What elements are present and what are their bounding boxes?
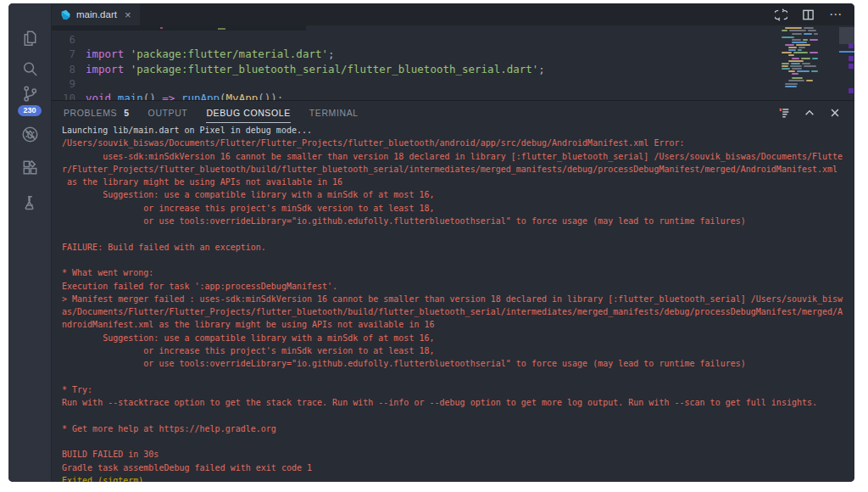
code-token: 'package:flutter_bluetooth_serial/flutte… bbox=[131, 62, 539, 76]
code-line: 9 bbox=[52, 76, 778, 91]
problems-count-badge: 5 bbox=[124, 108, 129, 118]
scrollbar-thumb[interactable] bbox=[839, 27, 854, 44]
console-line: /Users/souvik_biswas/Documents/Flutter/F… bbox=[62, 137, 853, 149]
minimap-row bbox=[780, 83, 818, 85]
bottom-panel: PROBLEMS5OUTPUTDEBUG CONSOLETERMINAL L bbox=[52, 100, 854, 482]
code-token: ; bbox=[538, 62, 545, 76]
console-line bbox=[62, 227, 853, 240]
source-control-icon[interactable] bbox=[19, 83, 40, 103]
clipped-token bbox=[160, 27, 163, 29]
more-actions-icon[interactable]: ⋯ bbox=[829, 10, 843, 19]
minimap-row bbox=[780, 86, 818, 87]
ruler-decoration bbox=[849, 56, 854, 61]
console-line: ndroidManifest.xml as the library might … bbox=[62, 318, 853, 331]
console-line: uses-sdk:minSdkVersion 16 cannot be smal… bbox=[62, 150, 853, 163]
editor-scrollbar[interactable] bbox=[839, 25, 854, 100]
main-column: main.dart × ⋯ 67import 'pa bbox=[52, 3, 854, 482]
minimap-row bbox=[780, 58, 818, 59]
line-number: 8 bbox=[52, 62, 75, 76]
line-number: 6 bbox=[52, 32, 75, 47]
console-line: as/Documents/Flutter/Flutter_Projects/fl… bbox=[62, 305, 853, 318]
ruler-decoration bbox=[849, 64, 854, 69]
panel-tab-output[interactable]: OUTPUT bbox=[148, 108, 188, 118]
screenshot-page: 230 main.dart × bbox=[0, 0, 868, 492]
code-token: import bbox=[86, 62, 131, 76]
extensions-icon[interactable] bbox=[19, 157, 40, 177]
clipped-code-line bbox=[52, 25, 306, 31]
panel-actions bbox=[778, 107, 854, 119]
minimap-row bbox=[780, 63, 818, 64]
tab-close-icon[interactable]: × bbox=[125, 9, 131, 20]
clipped-token bbox=[218, 28, 225, 30]
tab-main-dart[interactable]: main.dart × bbox=[52, 3, 140, 25]
panel-tab-label: OUTPUT bbox=[148, 108, 188, 118]
panel-tab-label: TERMINAL bbox=[309, 108, 359, 118]
panel-tab-debug-console[interactable]: DEBUG CONSOLE bbox=[206, 103, 290, 123]
code-line: 6 bbox=[52, 32, 778, 47]
minimap[interactable] bbox=[780, 27, 818, 100]
minimap-row bbox=[780, 77, 818, 79]
minimap-row bbox=[780, 80, 818, 81]
activity-bar: 230 bbox=[8, 3, 52, 482]
minimap-row bbox=[780, 73, 818, 75]
explorer-icon[interactable] bbox=[19, 28, 40, 48]
console-line: or use tools:overrideLibrary="io.github.… bbox=[62, 357, 853, 370]
maximize-panel-icon[interactable] bbox=[804, 107, 815, 119]
filter-icon[interactable] bbox=[778, 107, 790, 119]
console-line bbox=[62, 254, 853, 266]
console-line: Suggestion: use a compatible library wit… bbox=[62, 188, 853, 201]
minimap-row bbox=[780, 27, 818, 29]
code-lines: 67import 'package:flutter/material.dart'… bbox=[52, 32, 778, 105]
console-line bbox=[62, 410, 853, 422]
console-line: * Get more help at https://help.gradle.o… bbox=[62, 422, 853, 435]
console-line: Launching lib/main.dart on Pixel in debu… bbox=[62, 124, 853, 137]
tab-label: main.dart bbox=[76, 9, 117, 20]
sync-icon[interactable] bbox=[775, 8, 787, 21]
panel-tab-terminal[interactable]: TERMINAL bbox=[309, 108, 359, 118]
console-line: r/Flutter_Projects/flutter_bluetooth/bui… bbox=[62, 163, 853, 176]
console-line: BUILD FAILED in 30s bbox=[62, 448, 853, 461]
console-line: or use tools:overrideLibrary="io.github.… bbox=[62, 215, 853, 227]
panel-tab-problems[interactable]: PROBLEMS5 bbox=[64, 108, 130, 118]
panel-header: PROBLEMS5OUTPUTDEBUG CONSOLETERMINAL bbox=[52, 101, 854, 124]
panel-tab-label: DEBUG CONSOLE bbox=[206, 108, 290, 118]
minimap-row bbox=[780, 39, 818, 41]
source-control-badge: 230 bbox=[18, 105, 41, 116]
console-line: Suggestion: use a compatible library wit… bbox=[62, 332, 853, 344]
console-line bbox=[62, 371, 853, 383]
console-line: as the library might be using APIs not a… bbox=[62, 176, 853, 188]
console-line: Run with --stacktrace option to get the … bbox=[62, 396, 853, 409]
minimap-row bbox=[780, 44, 818, 46]
line-number: 9 bbox=[52, 76, 75, 91]
minimap-row bbox=[780, 68, 818, 70]
console-line: FAILURE: Build failed with an exception. bbox=[62, 241, 853, 254]
panel-tab-label: PROBLEMS bbox=[64, 108, 117, 118]
console-line: Gradle task assembleDebug failed with ex… bbox=[62, 461, 853, 474]
console-line: Exited (sigterm) bbox=[62, 474, 853, 482]
close-panel-icon[interactable] bbox=[829, 107, 841, 119]
code-token: 'package:flutter/material.dart' bbox=[131, 47, 328, 61]
ruler-decoration bbox=[849, 88, 854, 93]
minimap-row bbox=[780, 70, 818, 72]
console-line: Execution failed for task ':app:processD… bbox=[62, 280, 853, 293]
minimap-row bbox=[780, 36, 818, 38]
run-and-debug-icon[interactable] bbox=[19, 124, 40, 144]
test-flask-icon[interactable] bbox=[19, 193, 40, 213]
dart-file-icon bbox=[60, 9, 71, 20]
console-line: * Try: bbox=[62, 383, 853, 396]
search-icon[interactable] bbox=[19, 59, 40, 79]
console-line: > Manifest merger failed : uses-sdk:minS… bbox=[62, 293, 853, 305]
console-line: or increase this project's minSdk versio… bbox=[62, 344, 853, 357]
minimap-row bbox=[780, 49, 818, 51]
line-number: 7 bbox=[52, 47, 75, 61]
code-line: 8import 'package:flutter_bluetooth_seria… bbox=[52, 62, 778, 76]
editor-actions: ⋯ bbox=[775, 3, 854, 25]
code-token: import bbox=[86, 47, 131, 61]
console-line: or increase this project's minSdk versio… bbox=[62, 202, 853, 215]
console-line bbox=[62, 435, 853, 448]
split-editor-icon[interactable] bbox=[802, 8, 815, 21]
minimap-row bbox=[780, 47, 818, 48]
tab-bar: main.dart × ⋯ bbox=[52, 3, 854, 25]
console-line: * What went wrong: bbox=[62, 266, 853, 279]
debug-console-output: Launching lib/main.dart on Pixel in debu… bbox=[62, 124, 853, 482]
